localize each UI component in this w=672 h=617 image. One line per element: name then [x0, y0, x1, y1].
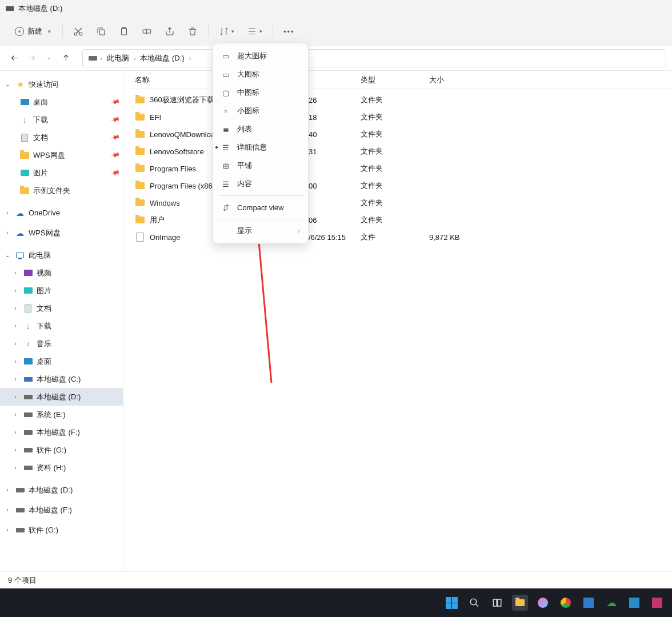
file-type: 文件	[361, 232, 429, 242]
sidebar-drive-d2[interactable]: ›本地磁盘 (D:)	[0, 481, 123, 499]
column-size[interactable]: 大小	[429, 75, 486, 85]
menu-list[interactable]: ≣列表	[213, 120, 308, 138]
copy-button[interactable]	[90, 23, 112, 40]
new-button[interactable]: + 新建 ▾	[8, 23, 58, 40]
taskbar-app4[interactable]	[649, 595, 665, 611]
rename-button[interactable]	[136, 23, 158, 40]
sidebar-drive-c[interactable]: ›本地磁盘 (C:)	[0, 370, 123, 388]
sidebar-desktop[interactable]: 桌面📌	[0, 93, 123, 111]
sort-button[interactable]: ▾	[213, 23, 240, 40]
breadcrumb-drive[interactable]: 本地磁盘 (D:)	[138, 52, 186, 65]
drive-icon	[23, 392, 33, 402]
file-row[interactable]: Program Files2:41文件夹	[123, 160, 672, 177]
label: 本地磁盘 (C:)	[37, 374, 81, 384]
delete-button[interactable]	[182, 23, 203, 40]
chevron-right-icon: ›	[3, 507, 11, 513]
drive-icon	[87, 54, 98, 63]
sidebar-this-pc[interactable]: ⌄此电脑	[0, 246, 123, 264]
sidebar-music[interactable]: ›♪音乐	[0, 335, 123, 352]
sidebar-videos[interactable]: ›视频	[0, 264, 123, 282]
sidebar-quick-access[interactable]: ⌄★快速访问	[0, 75, 123, 93]
chevron-right-icon: ›	[11, 305, 19, 311]
sidebar-drive-e[interactable]: ›系统 (E:)	[0, 406, 123, 423]
view-button[interactable]: ▾	[241, 23, 268, 40]
label: 列表	[237, 124, 252, 134]
share-button[interactable]	[159, 23, 181, 40]
recent-button[interactable]: ⌄	[40, 50, 57, 67]
file-row[interactable]: Program Files (x86)6 15:00文件夹	[123, 177, 672, 194]
sidebar-drive-f2[interactable]: ›本地磁盘 (F:)	[0, 501, 123, 519]
file-row[interactable]: OriImage2021/6/26 15:15文件9,872 KB	[123, 229, 672, 246]
sidebar-samples[interactable]: 示例文件夹	[0, 182, 123, 199]
label: 大图标	[237, 69, 259, 79]
file-row[interactable]: Windows4:07文件夹	[123, 194, 672, 211]
breadcrumb-pc[interactable]: 此电脑	[105, 52, 131, 65]
label: 资料 (H:)	[37, 463, 66, 473]
taskbar-app1[interactable]	[535, 595, 551, 611]
menu-content[interactable]: ☰内容	[213, 175, 308, 193]
pin-icon: 📌	[110, 97, 121, 107]
sidebar-downloads2[interactable]: ›↓下载	[0, 317, 123, 335]
column-headers: 名称⌃ 类型 大小	[123, 71, 672, 89]
sidebar: ⌄★快速访问 桌面📌 ↓下载📌 文档📌 WPS网盘📌 图片📌 示例文件夹 ›☁O…	[0, 71, 123, 571]
sidebar-pictures2[interactable]: ›图片	[0, 282, 123, 299]
back-button[interactable]	[6, 50, 23, 67]
sidebar-drive-d[interactable]: ›本地磁盘 (D:)	[0, 388, 123, 406]
paste-button[interactable]	[113, 23, 135, 40]
sidebar-drive-h[interactable]: ›资料 (H:)	[0, 459, 123, 476]
sidebar-documents[interactable]: 文档📌	[0, 129, 123, 146]
menu-extra-large-icons[interactable]: ▭超大图标	[213, 47, 308, 65]
drive-icon	[6, 6, 14, 11]
taskbar-taskview[interactable]	[489, 595, 505, 611]
menu-tiles[interactable]: ⊞平铺	[213, 157, 308, 175]
file-row[interactable]: LenovoSoftstore6 23:31文件夹	[123, 143, 672, 160]
taskbar-app2[interactable]	[581, 595, 597, 611]
sidebar-drive-g[interactable]: ›软件 (G:)	[0, 441, 123, 459]
file-row[interactable]: 360极速浏览器下载3 17:26文件夹	[123, 91, 672, 109]
chevron-right-icon: ›	[3, 527, 11, 533]
menu-small-icons[interactable]: ▫小图标	[213, 102, 308, 120]
folder-icon	[135, 164, 145, 173]
sidebar-pictures[interactable]: 图片📌	[0, 164, 123, 182]
file-row[interactable]: EFI6 17:18文件夹	[123, 109, 672, 126]
menu-show[interactable]: 显示›	[213, 222, 308, 240]
forward-button[interactable]	[23, 50, 40, 67]
taskbar-wechat[interactable]: ☁	[603, 595, 619, 611]
menu-details[interactable]: ☰详细信息	[213, 138, 308, 157]
label: 小图标	[237, 106, 259, 116]
sidebar-downloads[interactable]: ↓下载📌	[0, 111, 123, 129]
breadcrumb[interactable]: › 此电脑 › 本地磁盘 (D:) ›	[82, 49, 666, 67]
up-button[interactable]	[57, 50, 74, 67]
chevron-right-icon: ›	[3, 230, 11, 236]
menu-medium-icons[interactable]: ▢中图标	[213, 83, 308, 102]
file-size: 9,872 KB	[429, 233, 486, 242]
sidebar-drive-g2[interactable]: ›软件 (G:)	[0, 521, 123, 539]
menu-large-icons[interactable]: ▭大图标	[213, 65, 308, 83]
sidebar-wps[interactable]: WPS网盘📌	[0, 146, 123, 164]
column-type[interactable]: 类型	[361, 75, 429, 85]
sidebar-wps2[interactable]: ›☁WPS网盘	[0, 224, 123, 242]
file-row[interactable]: 用户7 16:06文件夹	[123, 211, 672, 229]
titlebar: 本地磁盘 (D:)	[0, 0, 672, 17]
taskbar-chrome[interactable]	[558, 595, 574, 611]
sidebar-desktop2[interactable]: ›桌面	[0, 352, 123, 370]
label: 本地磁盘 (F:)	[37, 427, 80, 438]
sidebar-drive-f[interactable]: ›本地磁盘 (F:)	[0, 423, 123, 441]
taskbar-start[interactable]	[443, 595, 459, 611]
more-button[interactable]: •••	[278, 24, 301, 39]
sidebar-documents2[interactable]: ›文档	[0, 299, 123, 317]
folder-icon	[135, 181, 145, 190]
grid-icon: ▢	[221, 89, 230, 97]
taskbar-app3[interactable]	[626, 595, 642, 611]
separator	[208, 25, 209, 38]
menu-compact-view[interactable]: ⇵Compact view	[213, 198, 308, 217]
chevron-right-icon: ›	[11, 358, 19, 364]
cut-button[interactable]	[67, 23, 89, 40]
taskbar-search[interactable]	[466, 595, 482, 611]
taskbar-explorer[interactable]	[512, 595, 528, 611]
chevron-down-icon: ⌄	[3, 252, 11, 258]
drive-icon	[23, 463, 33, 472]
drive-icon	[23, 446, 33, 455]
sidebar-onedrive[interactable]: ›☁OneDrive	[0, 204, 123, 222]
file-row[interactable]: LenovoQMDownload6 19:40文件夹	[123, 126, 672, 143]
